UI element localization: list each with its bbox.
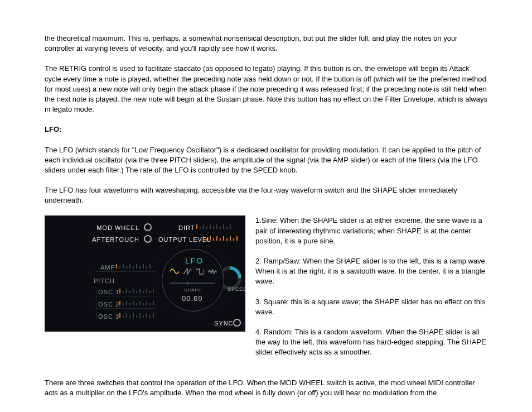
pitch-label: PITCH <box>94 277 115 285</box>
body-paragraph: The LFO (which stands for "Low Frequency… <box>45 145 487 176</box>
mod-wheel-toggle[interactable] <box>144 223 152 231</box>
shape-slider[interactable] <box>170 282 215 284</box>
body-paragraph: The RETRIG control is used to facilitate… <box>45 64 487 114</box>
osc2-slider[interactable] <box>119 300 154 305</box>
sine-icon <box>170 268 179 275</box>
list-item: 1.Sine: When the SHAPE slider is at eith… <box>255 215 487 246</box>
body-paragraph: the theoretical maximum. This is, perhap… <box>45 33 487 54</box>
lfo-title: LFO <box>185 256 204 267</box>
output-level-slider[interactable] <box>203 235 238 241</box>
square-icon <box>196 268 204 275</box>
shape-label: SHAPE <box>184 287 202 293</box>
osc3-slider[interactable] <box>119 312 154 318</box>
sync-toggle[interactable] <box>233 319 241 327</box>
list-item: 2. Ramp/Saw: When the SHAPE slider is to… <box>255 256 487 287</box>
ramp-icon <box>183 268 191 275</box>
shape-value: 00.69 <box>182 294 203 304</box>
lfo-panel-figure: MOD WHEEL AFTERTOUCH DIRT OUTPUT LEVEL A… <box>45 215 245 367</box>
body-paragraph: The LFO has four waveforms with waveshap… <box>45 185 487 205</box>
lfo-waveform-switch[interactable] <box>170 268 217 275</box>
aftertouch-label: AFTERTOUCH <box>92 236 139 244</box>
aftertouch-toggle[interactable] <box>144 235 152 243</box>
sync-label: SYNC <box>214 319 234 328</box>
section-heading-lfo: LFO: <box>45 124 487 135</box>
list-item: 4. Random: This is a random waveform. Wh… <box>255 327 487 358</box>
body-paragraph: There are three switches that control th… <box>45 378 487 398</box>
list-item: 3. Square: this is a square wave; the SH… <box>255 297 487 317</box>
random-icon <box>208 268 217 275</box>
mod-wheel-label: MOD WHEEL <box>96 224 139 232</box>
dirt-label: DIRT <box>178 224 195 232</box>
dirt-slider[interactable] <box>196 223 231 229</box>
osc1-slider[interactable] <box>119 288 154 293</box>
amp-slider[interactable] <box>116 263 151 269</box>
osc3-label: OSC 3 <box>98 313 119 321</box>
speed-label: SPEED <box>228 286 245 293</box>
